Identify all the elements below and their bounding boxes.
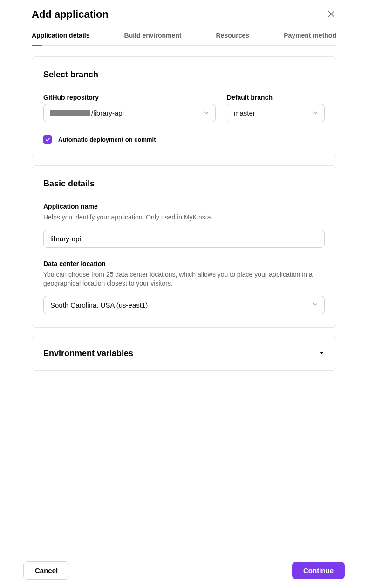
- tab-application-details[interactable]: Application details: [32, 32, 89, 45]
- github-repo-select[interactable]: /library-api: [43, 104, 216, 122]
- svg-marker-2: [320, 352, 324, 354]
- datacenter-label: Data center location: [43, 260, 325, 267]
- auto-deploy-label: Automatic deployment on commit: [58, 136, 156, 143]
- default-branch-label: Default branch: [227, 94, 325, 101]
- basic-details-title: Basic details: [43, 179, 325, 189]
- tab-resources[interactable]: Resources: [216, 32, 250, 45]
- continue-button[interactable]: Continue: [292, 562, 345, 579]
- github-repo-label: GitHub repository: [43, 94, 216, 101]
- app-name-help: Helps you identify your application. Onl…: [43, 213, 325, 222]
- env-vars-title: Environment variables: [43, 349, 133, 358]
- datacenter-help: You can choose from 25 data center locat…: [43, 270, 325, 288]
- datacenter-select[interactable]: South Carolina, USA (us-east1): [43, 296, 325, 314]
- datacenter-value: South Carolina, USA (us-east1): [50, 301, 148, 309]
- auto-deploy-checkbox[interactable]: [43, 135, 52, 144]
- tab-build-environment[interactable]: Build environment: [124, 32, 182, 45]
- default-branch-select[interactable]: master: [227, 104, 325, 122]
- footer: Cancel Continue: [0, 553, 368, 588]
- app-name-input[interactable]: [43, 230, 325, 248]
- check-icon: [45, 137, 50, 142]
- repo-name: /library-api: [91, 109, 124, 117]
- select-branch-title: Select branch: [43, 70, 325, 80]
- page-title: Add application: [32, 8, 109, 21]
- close-icon: [328, 11, 334, 17]
- basic-details-card: Basic details Application name Helps you…: [32, 165, 336, 328]
- close-button[interactable]: [326, 9, 336, 21]
- select-branch-card: Select branch GitHub repository /library…: [32, 56, 336, 157]
- chevron-down-icon: [319, 349, 325, 357]
- env-vars-card[interactable]: Environment variables: [32, 336, 336, 371]
- tab-payment-method[interactable]: Payment method: [284, 32, 336, 45]
- app-name-label: Application name: [43, 203, 325, 210]
- tabs: Application details Build environment Re…: [32, 32, 336, 46]
- repo-owner-redacted: [50, 110, 90, 116]
- cancel-button[interactable]: Cancel: [23, 561, 69, 580]
- branch-value: master: [234, 109, 255, 117]
